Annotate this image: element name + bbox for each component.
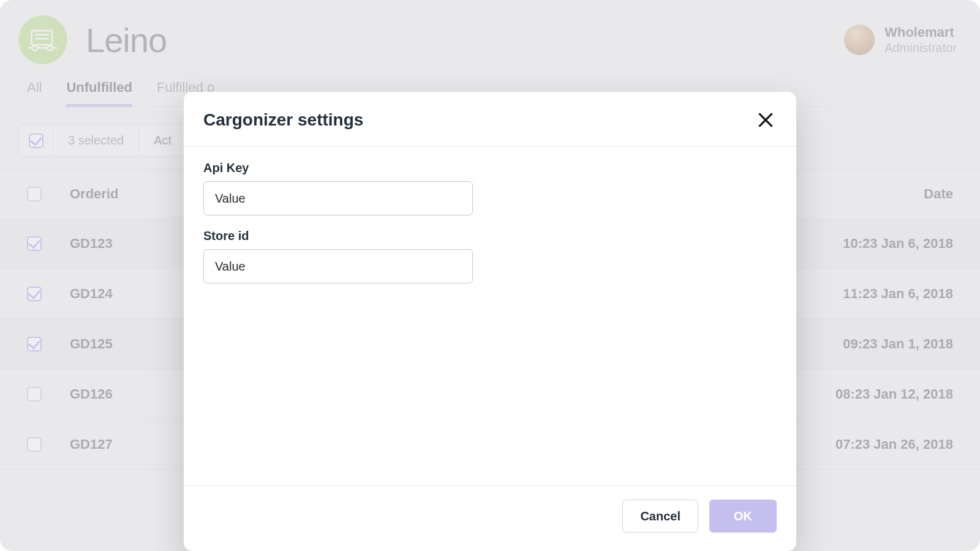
app-frame: Leino Wholemart Administrator All Unfulf…	[0, 0, 980, 551]
field-store-id: Store id	[203, 229, 777, 283]
modal-title: Cargonizer settings	[203, 110, 363, 130]
api-key-label: Api Key	[203, 161, 777, 175]
settings-modal: Cargonizer settings Api Key Store id Can…	[184, 92, 796, 551]
modal-footer: Cancel OK	[184, 485, 796, 551]
field-api-key: Api Key	[203, 161, 777, 216]
store-id-label: Store id	[203, 229, 777, 243]
modal-header: Cargonizer settings	[184, 92, 796, 146]
cancel-button[interactable]: Cancel	[622, 500, 698, 533]
store-id-input[interactable]	[203, 249, 473, 283]
ok-button[interactable]: OK	[709, 500, 777, 533]
close-icon[interactable]	[755, 109, 777, 131]
api-key-input[interactable]	[203, 181, 473, 216]
modal-body: Api Key Store id	[184, 146, 796, 485]
